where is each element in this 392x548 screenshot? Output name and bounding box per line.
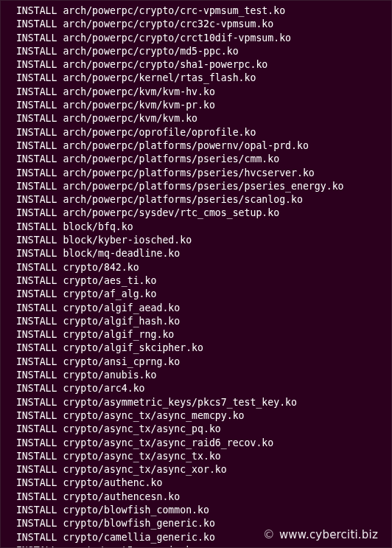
terminal-line: INSTALL arch/powerpc/platforms/pseries/s… (4, 193, 391, 207)
module-path: arch/powerpc/kvm/kvm-hv.ko (63, 86, 214, 99)
terminal-line: INSTALL arch/powerpc/platforms/powernv/o… (4, 139, 391, 153)
install-prefix: INSTALL (4, 437, 63, 450)
module-path: arch/powerpc/kernel/rtas_flash.ko (63, 72, 256, 85)
module-path: crypto/async_tx/async_tx.ko (63, 450, 220, 463)
terminal-line: INSTALL crypto/async_tx/async_pq.ko (4, 423, 391, 436)
module-path: arch/powerpc/platforms/powernv/opal-prd.… (63, 139, 308, 153)
install-prefix: INSTALL (4, 463, 63, 476)
install-prefix: INSTALL (4, 126, 63, 139)
module-path: crypto/ansi_cprng.ko (63, 355, 180, 369)
install-prefix: INSTALL (4, 193, 63, 207)
install-prefix: INSTALL (4, 99, 63, 112)
install-prefix: INSTALL (4, 221, 63, 234)
module-path: crypto/algif_aead.ko (63, 302, 180, 315)
module-path: crypto/aes_ti.ko (63, 274, 156, 288)
install-prefix: INSTALL (4, 396, 63, 409)
install-prefix: INSTALL (4, 341, 63, 355)
module-path: crypto/authenc.ko (63, 476, 162, 490)
terminal-line: INSTALL crypto/arc4.ko (4, 382, 391, 395)
install-prefix: INSTALL (4, 261, 63, 274)
install-prefix: INSTALL (4, 180, 63, 193)
module-path: crypto/async_tx/async_xor.ko (63, 463, 226, 476)
module-path: crypto/blowfish_common.ko (63, 504, 209, 517)
install-prefix: INSTALL (4, 544, 63, 548)
install-prefix: INSTALL (4, 274, 63, 288)
module-path: crypto/algif_hash.ko (63, 315, 180, 328)
install-prefix: INSTALL (4, 153, 63, 166)
terminal-line: INSTALL arch/powerpc/kvm/kvm-hv.ko (4, 86, 391, 99)
install-prefix: INSTALL (4, 355, 63, 369)
terminal-line: INSTALL crypto/blowfish_common.ko (4, 504, 391, 517)
terminal-line: INSTALL crypto/842.ko (4, 261, 391, 274)
module-path: arch/powerpc/kvm/kvm.ko (63, 112, 197, 125)
terminal-line: INSTALL crypto/algif_skcipher.ko (4, 341, 391, 355)
terminal-line: INSTALL crypto/algif_rng.ko (4, 328, 391, 341)
module-path: crypto/af_alg.ko (63, 288, 156, 301)
module-path: crypto/cast5_generic.ko (63, 544, 197, 548)
module-path: block/kyber-iosched.ko (63, 234, 192, 247)
terminal-line: INSTALL arch/powerpc/oprofile/oprofile.k… (4, 126, 391, 139)
terminal-line: INSTALL crypto/async_tx/async_xor.ko (4, 463, 391, 476)
install-prefix: INSTALL (4, 490, 63, 504)
module-path: crypto/anubis.ko (63, 369, 156, 382)
module-path: arch/powerpc/crypto/sha1-powerpc.ko (63, 58, 267, 72)
terminal-line: INSTALL arch/powerpc/crypto/crc-vpmsum_t… (4, 4, 391, 18)
terminal-line: INSTALL crypto/algif_hash.ko (4, 315, 391, 328)
module-path: arch/powerpc/crypto/crct10dif-vpmsum.ko (63, 32, 291, 45)
install-prefix: INSTALL (4, 409, 63, 423)
module-path: block/mq-deadline.ko (63, 247, 180, 260)
terminal-line: INSTALL crypto/blowfish_generic.ko (4, 517, 391, 530)
terminal-line: INSTALL arch/powerpc/kvm/kvm.ko (4, 112, 391, 125)
install-prefix: INSTALL (4, 58, 63, 72)
install-prefix: INSTALL (4, 517, 63, 530)
module-path: crypto/842.ko (63, 261, 139, 274)
module-path: arch/powerpc/platforms/pseries/hvcserver… (63, 167, 314, 180)
module-path: crypto/camellia_generic.ko (63, 531, 214, 544)
terminal-line: INSTALL crypto/asymmetric_keys/pkcs7_tes… (4, 396, 391, 409)
install-prefix: INSTALL (4, 247, 63, 260)
install-prefix: INSTALL (4, 423, 63, 436)
terminal-line: INSTALL crypto/camellia_generic.ko (4, 531, 391, 544)
install-prefix: INSTALL (4, 45, 63, 58)
terminal-line: INSTALL arch/powerpc/crypto/crc32c-vpmsu… (4, 18, 391, 31)
install-prefix: INSTALL (4, 234, 63, 247)
terminal-line: INSTALL crypto/anubis.ko (4, 369, 391, 382)
terminal-line: INSTALL block/kyber-iosched.ko (4, 234, 391, 247)
module-path: block/bfq.ko (63, 221, 133, 234)
terminal-line: INSTALL arch/powerpc/crypto/md5-ppc.ko (4, 45, 391, 58)
terminal-line: INSTALL arch/powerpc/platforms/pseries/p… (4, 180, 391, 193)
install-prefix: INSTALL (4, 302, 63, 315)
module-path: crypto/authencesn.ko (63, 490, 180, 504)
module-path: crypto/algif_skcipher.ko (63, 341, 203, 355)
terminal-line: INSTALL arch/powerpc/sysdev/rtc_cmos_set… (4, 207, 391, 220)
module-path: crypto/asymmetric_keys/pkcs7_test_key.ko (63, 396, 297, 409)
install-prefix: INSTALL (4, 207, 63, 220)
module-path: arch/powerpc/crypto/crc-vpmsum_test.ko (63, 4, 285, 18)
terminal-line: INSTALL arch/powerpc/crypto/sha1-powerpc… (4, 58, 391, 72)
terminal-line: INSTALL crypto/ansi_cprng.ko (4, 355, 391, 369)
module-path: arch/powerpc/oprofile/oprofile.ko (63, 126, 256, 139)
install-prefix: INSTALL (4, 328, 63, 341)
install-prefix: INSTALL (4, 4, 63, 18)
module-path: crypto/async_tx/async_raid6_recov.ko (63, 437, 273, 450)
module-path: crypto/algif_rng.ko (63, 328, 174, 341)
install-prefix: INSTALL (4, 86, 63, 99)
module-path: crypto/arc4.ko (63, 382, 144, 395)
terminal-line: INSTALL arch/powerpc/kvm/kvm-pr.ko (4, 99, 391, 112)
install-prefix: INSTALL (4, 139, 63, 153)
module-path: arch/powerpc/crypto/md5-ppc.ko (63, 45, 238, 58)
module-path: crypto/async_tx/async_memcpy.ko (63, 409, 244, 423)
terminal-line: INSTALL crypto/async_tx/async_memcpy.ko (4, 409, 391, 423)
install-prefix: INSTALL (4, 72, 63, 85)
install-prefix: INSTALL (4, 369, 63, 382)
install-prefix: INSTALL (4, 315, 63, 328)
install-prefix: INSTALL (4, 531, 63, 544)
module-path: arch/powerpc/platforms/pseries/pseries_e… (63, 180, 343, 193)
terminal-line: INSTALL crypto/aes_ti.ko (4, 274, 391, 288)
terminal-line: INSTALL block/mq-deadline.ko (4, 247, 391, 260)
install-prefix: INSTALL (4, 112, 63, 125)
module-path: arch/powerpc/platforms/pseries/scanlog.k… (63, 193, 303, 207)
install-prefix: INSTALL (4, 504, 63, 517)
module-path: crypto/async_tx/async_pq.ko (63, 423, 220, 436)
module-path: arch/powerpc/platforms/pseries/cmm.ko (63, 153, 279, 166)
